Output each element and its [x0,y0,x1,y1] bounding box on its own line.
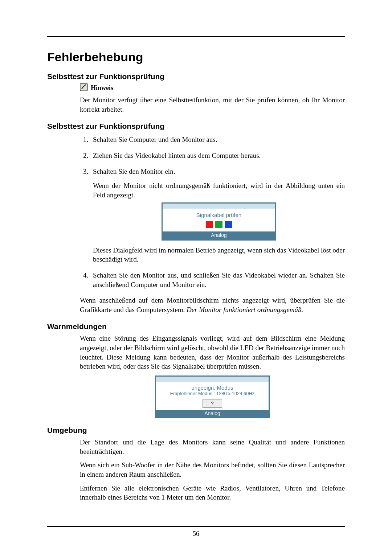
list-item: Schalten Sie den Monitor aus, und schlie… [90,271,345,289]
osd-qmark-wrap: ? [156,399,269,408]
environment-block: Der Standort und die Lage des Monitors k… [47,438,345,502]
red-square-icon [206,221,213,228]
osd-question-box: ? [203,399,222,408]
osd-line1: ungeeign. Modus [156,385,269,391]
note-label: Hinweis [91,84,113,92]
osd-dialog-1: Signalkabel prüfen Analog [162,202,276,240]
closing-paragraph: Wenn anschließend auf dem Monitorbildsch… [47,296,345,314]
osd-dialog-2: ungeeign. Modus Empfohlener Modus : 1280… [155,376,270,418]
document-page: Fehlerbehebung Selbsttest zur Funktionsp… [0,0,392,554]
osd-top-bar [163,204,275,209]
section-heading-selftest-1: Selbsttest zur Funktionsprüfung [47,72,345,81]
env-para-3: Entfernen Sie alle elektronischen Geräte… [80,484,345,502]
list-item-text: Ziehen Sie das Videokabel hinten aus dem… [93,152,261,159]
section-heading-warnings: Warnmeldungen [47,322,345,331]
note-icon [80,83,88,93]
osd-top-bar [156,377,269,382]
list-item-text: Schalten Sie Computer und den Monitor au… [93,136,217,143]
osd-dialog-1-wrap: Signalkabel prüfen Analog [93,202,345,240]
note-text: Der Monitor verfügt über eine Selbsttest… [80,95,345,114]
osd-dialog-2-wrap: ungeeign. Modus Empfohlener Modus : 1280… [80,376,345,418]
page-number: 56 [47,530,345,538]
page-title: Fehlerbehebung [47,50,345,64]
osd-message: Signalkabel prüfen [163,212,275,219]
env-para-2: Wenn sich ein Sub-Woofer in der Nähe des… [80,460,345,479]
ordered-list: Schalten Sie Computer und den Monitor au… [47,135,345,289]
list-item: Schalten Sie den Monitor ein. Wenn der M… [90,167,345,264]
section-heading-environment: Umgebung [47,426,345,435]
osd-line2: Empfohlener Modus : 1280 x 1024 60Hz [156,391,269,396]
warnings-para: Wenn eine Störung des Eingangssignals vo… [80,334,345,371]
note-row: Hinweis [80,83,345,93]
osd-footer: Analog [156,410,269,417]
blue-square-icon [225,221,232,228]
bottom-divider [47,526,345,527]
list-item-para: Wenn der Monitor nicht ordnungsgemäß fun… [93,181,345,200]
list-item: Ziehen Sie das Videokabel hinten aus dem… [90,151,345,160]
note-block: Hinweis Der Monitor verfügt über eine Se… [47,83,345,114]
green-square-icon [215,221,222,228]
list-item-text: Schalten Sie den Monitor ein. [93,168,175,175]
closing-italic: Der Monitor funktioniert ordnungsgemäß. [187,306,303,313]
list-item: Schalten Sie Computer und den Monitor au… [90,135,345,144]
color-squares [163,221,275,228]
list-item-text: Schalten Sie den Monitor aus, und schlie… [93,271,345,288]
svg-rect-0 [80,83,87,91]
warnings-block: Wenn eine Störung des Eingangssignals vo… [47,334,345,418]
top-divider [47,36,345,37]
env-para-1: Der Standort und die Lage des Monitors k… [80,438,345,456]
section-heading-selftest-2: Selbsttest zur Funktionsprüfung [47,122,345,131]
list-item-para: Dieses Dialogfeld wird im normalen Betri… [93,246,345,264]
osd-footer: Analog [163,231,275,239]
